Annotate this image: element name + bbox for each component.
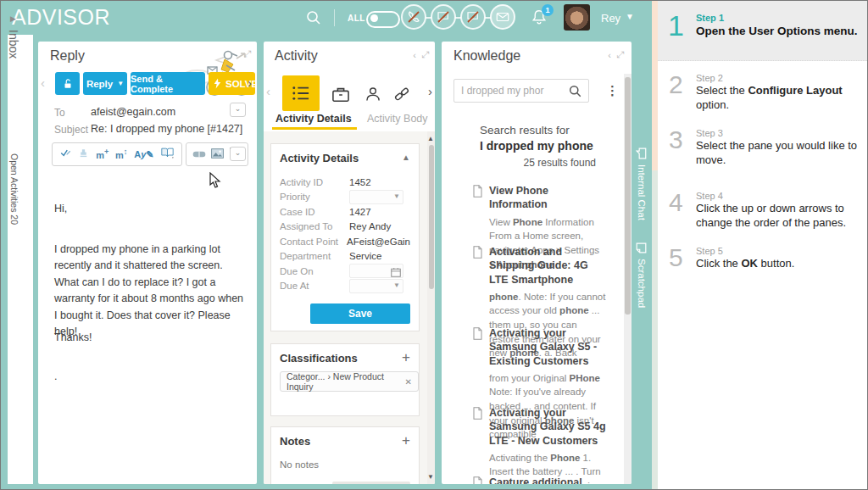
step-number: 1 (668, 9, 684, 42)
tab-scratchpad[interactable]: Scratchpad (632, 242, 651, 324)
result-title[interactable]: Activating your Samsung Galaxy S5 - Exis… (489, 326, 608, 368)
expand-editor-toolbar-icon[interactable]: ⌄ (230, 147, 246, 161)
sidebar-item-open-activities[interactable]: Open Activities 20 (9, 153, 19, 225)
sidebar-item-inbox[interactable]: Inbox (7, 30, 20, 58)
delete-note-button[interactable]: Delete (332, 482, 410, 484)
add-classification-button[interactable]: + (402, 349, 410, 366)
kebab-menu-icon[interactable]: ⋮ (606, 83, 619, 98)
results-heading: Search results for (480, 124, 570, 136)
result-title[interactable]: Activating your Samsung Galaxy S5 4g LTE… (489, 406, 608, 448)
search-icon[interactable] (306, 10, 321, 29)
scroll-up-icon[interactable]: ▲ (427, 135, 434, 142)
search-icon[interactable] (569, 85, 581, 101)
tab-activity-body[interactable]: Activity Body (367, 113, 428, 125)
header-divider (334, 9, 335, 26)
email-greeting[interactable]: Hi, (54, 201, 67, 217)
field-label: Case ID (280, 207, 349, 217)
result-title[interactable]: Capture additional comments (489, 476, 608, 484)
expand-pane-icon[interactable]: ⤢ (421, 49, 429, 60)
field-label: Department (280, 251, 349, 261)
result-title[interactable]: View Phone Information (489, 184, 608, 212)
tab-internal-chat[interactable]: Internal Chat (632, 148, 651, 241)
due-on-date-input[interactable] (349, 264, 403, 278)
email-paragraph[interactable]: I dropped my phone in a parking lot rece… (54, 242, 244, 340)
field-label: Due On (280, 266, 349, 276)
activity-toolbar-left-icon[interactable]: ‹ (266, 84, 270, 98)
tab-activity-details[interactable]: Activity Details (275, 113, 352, 125)
all-toggle[interactable] (366, 11, 400, 28)
email-active-icon[interactable] (490, 4, 515, 30)
add-note-button[interactable]: + (402, 432, 410, 449)
customer-toolbar-button[interactable] (362, 84, 384, 104)
to-value[interactable]: afeist@egain.com (91, 106, 175, 118)
due-at-select[interactable]: ▼ (349, 279, 403, 293)
field-label: Priority (280, 192, 349, 202)
collapse-section-icon[interactable]: ▲ (402, 153, 410, 162)
expand-pane-icon[interactable]: ⤢ (616, 49, 624, 60)
step-number: 2 (669, 70, 683, 99)
step-number: 3 (669, 125, 683, 154)
scroll-down-icon[interactable]: ▼ (427, 473, 434, 481)
knowledge-result[interactable]: Capture additional comments (472, 476, 608, 484)
step-text: Click the up or down arrows to change th… (696, 202, 859, 231)
reply-button[interactable]: Reply▼ (83, 72, 127, 95)
sms-disabled-icon[interactable] (460, 4, 486, 30)
mouse-cursor (209, 172, 222, 192)
toolbar-scroll-left-icon[interactable]: ‹ (41, 75, 45, 90)
step-label: Step 5 (696, 246, 723, 256)
guide-steps-panel: 1 Step 1 Open the User Options menu. 2 S… (652, 1, 868, 490)
expand-recipients-icon[interactable]: ⌄ (230, 103, 246, 117)
chat-disabled-icon[interactable] (431, 4, 456, 30)
macro-add-icon[interactable]: m+ (96, 148, 108, 160)
image-icon[interactable] (211, 147, 224, 162)
reference-book-icon[interactable] (160, 147, 175, 162)
step-label: Step 1 (696, 13, 724, 23)
close-icon[interactable]: ✕ (405, 377, 412, 387)
spellcheck-icon[interactable] (59, 147, 72, 162)
user-menu[interactable]: Rey (601, 12, 620, 25)
attachment-pill-icon[interactable] (192, 147, 206, 162)
activity-details-section-title: Activity Details (280, 152, 410, 164)
toolbar-scroll-right-icon[interactable]: › (248, 75, 252, 90)
autocorrect-icon[interactable]: Ay✎ (134, 150, 153, 159)
step-text: Click the OK button. (696, 257, 859, 271)
reply-pane-title: Reply (50, 48, 85, 64)
reply-pane: Reply ⤢ ‹ Reply▼ (38, 42, 257, 484)
subject-value[interactable]: Re: I dropped my phone [#1427] (91, 123, 242, 135)
unlock-icon (62, 78, 74, 90)
person-icon (364, 86, 381, 103)
activity-toolbar-right-icon[interactable]: › (428, 84, 432, 98)
case-toolbar-button[interactable] (330, 84, 352, 104)
email-closing[interactable]: Thanks! (54, 330, 92, 346)
knowledge-scroll-thumb[interactable] (625, 77, 631, 315)
editor-toolbar-group-1: m+ m↕ Ay✎ (52, 142, 182, 166)
caret-down-icon[interactable]: ▼ (626, 12, 634, 21)
user-avatar[interactable] (564, 4, 590, 31)
classification-chip[interactable]: Categor... › New Product Inquiry ✕ (280, 371, 419, 392)
collapse-chevron-icon[interactable]: ‹ (608, 50, 611, 60)
save-button[interactable]: Save (310, 303, 410, 324)
email-signature[interactable]: . (54, 369, 57, 385)
classifications-card: Classifications + Categor... › New Produ… (270, 343, 420, 416)
stamp-icon[interactable] (78, 147, 89, 162)
step-text: Select the pane you would like to move. (696, 139, 859, 168)
activity-details-toolbar-button[interactable] (282, 75, 320, 111)
knowledge-result[interactable]: Activating your Samsung Galaxy S5 4g LTE… (472, 406, 608, 484)
results-query: I dropped my phone (480, 139, 593, 153)
inbox-expand-arrow[interactable]: ▶ (10, 14, 16, 23)
unlock-button[interactable] (55, 72, 80, 95)
collapse-chevron-icon[interactable]: ‹ (413, 50, 416, 60)
send-complete-button[interactable]: Send & Complete (131, 72, 205, 95)
links-toolbar-button[interactable] (391, 84, 413, 104)
phone-disabled-icon[interactable] (401, 4, 426, 30)
panel-accent-strip (652, 1, 658, 170)
macro-expand-icon[interactable]: m↕ (115, 148, 127, 160)
list-icon (292, 85, 310, 102)
activity-scroll-thumb[interactable] (429, 145, 434, 289)
briefcase-icon (331, 86, 350, 103)
document-icon (472, 185, 483, 201)
field-value: 1427 (349, 207, 371, 217)
classifications-section-title: Classifications (280, 352, 410, 365)
result-title[interactable]: Activation and Shipping Guide: 4G LTE Sm… (489, 245, 608, 287)
priority-select[interactable]: ▼ (349, 190, 403, 204)
